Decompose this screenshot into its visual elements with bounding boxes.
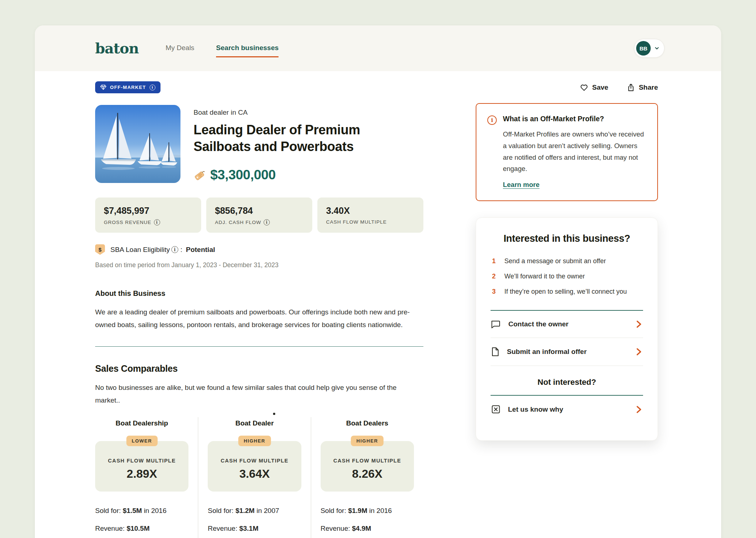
stat-value: $856,784 (215, 205, 304, 216)
metric-value: 3.64X (211, 467, 298, 481)
sold-label: Sold for: (95, 507, 121, 514)
comparison-badge: HIGHER (238, 436, 271, 446)
main-row: Boat dealer in CA Leading Dealer of Prem… (95, 105, 658, 538)
sba-label: SBA Loan Eligibility (110, 246, 170, 254)
price-row: $3,300,000 (194, 167, 368, 183)
metric-box: CASH FLOW MULTIPLE 3.64X (208, 441, 301, 492)
revenue-label: Revenue: (208, 525, 237, 532)
share-icon (627, 83, 635, 91)
revenue-row: Revenue: $3.1M (208, 525, 301, 533)
revenue-label: Revenue: (321, 525, 350, 532)
off-market-badge-label: OFF-MARKET (110, 85, 146, 90)
stat-label: GROSS REVENUE i (104, 219, 192, 225)
section-divider (95, 346, 423, 347)
let-us-know-button[interactable]: Let us know why (491, 396, 643, 423)
time-period-note: Based on time period from January 1, 202… (95, 261, 423, 269)
revenue-value: $10.5M (127, 525, 150, 532)
document-icon (491, 347, 499, 356)
comparable-name: Boat Dealer (208, 419, 301, 427)
carousel-dot (273, 413, 275, 415)
revenue-value: $3.1M (239, 525, 259, 532)
submit-offer-label: Submit an informal offer (507, 348, 587, 356)
listing-actions: Save Share (580, 83, 658, 91)
sold-for-row: Sold for: $1.5M in 2016 (95, 507, 188, 515)
nav-search-businesses[interactable]: Search businesses (216, 44, 279, 57)
info-icon[interactable]: i (154, 219, 160, 225)
sold-value: $1.9M (348, 507, 367, 514)
info-icon[interactable]: i (171, 246, 178, 253)
heart-icon (580, 83, 588, 91)
listing-hero: Boat dealer in CA Leading Dealer of Prem… (95, 105, 423, 183)
step-2: 2 We’ll forward it to the owner (491, 273, 643, 280)
row-divider (491, 366, 643, 366)
save-button-label: Save (592, 83, 608, 91)
submit-offer-button[interactable]: Submit an informal offer (491, 338, 643, 366)
metric-label: CASH FLOW MULTIPLE (324, 458, 411, 464)
comparable-name: Boat Dealership (95, 419, 188, 427)
sold-for-row: Sold for: $1.2M in 2007 (208, 507, 301, 515)
off-market-info-heading: What is an Off-Market Profile? (503, 115, 646, 123)
listing-title: Leading Dealer of Premium Sailboats and … (194, 122, 368, 155)
off-market-badge[interactable]: OFF-MARKET i (95, 81, 160, 93)
stat-value: $7,485,997 (104, 205, 192, 216)
chevron-down-icon (654, 45, 660, 51)
revenue-label: Revenue: (95, 525, 125, 532)
about-text: We are a leading dealer of premium sailb… (95, 306, 423, 331)
gem-icon (100, 85, 106, 90)
nav-my-deals[interactable]: My Deals (166, 44, 194, 57)
stat-value: 3.40X (326, 205, 415, 216)
metric-value: 2.89X (98, 467, 186, 481)
step-number: 1 (492, 257, 500, 265)
step-number: 2 (492, 273, 500, 280)
share-button[interactable]: Share (627, 83, 658, 91)
metric-value: 8.26X (324, 467, 411, 481)
step-3: 3 If they’re open to selling, we’ll conn… (491, 288, 643, 296)
sold-label: Sold for: (208, 507, 233, 514)
chat-icon (491, 320, 501, 329)
sidebar-column: i What is an Off-Market Profile? Off-Mar… (476, 103, 658, 538)
metric-label: CASH FLOW MULTIPLE (211, 458, 298, 464)
comparable-metric: HIGHER CASH FLOW MULTIPLE 3.64X (208, 441, 301, 492)
info-icon[interactable]: i (264, 219, 270, 225)
info-icon: i (150, 85, 155, 90)
sold-label: Sold for: (321, 507, 346, 514)
chevron-right-icon (635, 405, 642, 413)
save-button[interactable]: Save (580, 83, 608, 91)
comparable-metric: LOWER CASH FLOW MULTIPLE 2.89X (95, 441, 188, 492)
stat-cash-flow-multiple: 3.40X CASH FLOW MULTIPLE (317, 197, 423, 233)
baton-logo[interactable]: baton (95, 40, 139, 57)
share-button-label: Share (639, 83, 658, 91)
interested-heading: Interested in this business? (491, 233, 643, 244)
sold-suffix: in 2016 (369, 507, 392, 514)
metric-box: CASH FLOW MULTIPLE 2.89X (95, 441, 188, 492)
stat-gross-revenue: $7,485,997 GROSS REVENUE i (95, 197, 201, 233)
main-nav: My Deals Search businesses (166, 44, 279, 53)
listing-column: Boat dealer in CA Leading Dealer of Prem… (95, 105, 423, 538)
comparable-metric: HIGHER CASH FLOW MULTIPLE 8.26X (321, 441, 414, 492)
stat-label-text: GROSS REVENUE (104, 220, 151, 225)
info-icon: i (487, 115, 497, 125)
sales-comparables-subtext: No two businesses are alike, but we foun… (95, 381, 423, 407)
revenue-row: Revenue: $10.5M (95, 525, 188, 533)
step-1: 1 Send a message or submit an offer (491, 257, 643, 265)
stat-label-text: CASH FLOW MULTIPLE (326, 219, 387, 225)
sba-separator: : (180, 246, 182, 254)
let-us-know-label: Let us know why (508, 405, 563, 413)
account-menu[interactable]: BB (634, 39, 664, 58)
contact-owner-button[interactable]: Contact the owner (491, 311, 643, 338)
off-market-info-box: i What is an Off-Market Profile? Off-Mar… (476, 103, 658, 201)
learn-more-link[interactable]: Learn more (503, 181, 540, 189)
interested-card: Interested in this business? 1 Send a me… (476, 217, 658, 441)
interest-steps: 1 Send a message or submit an offer 2 We… (491, 257, 643, 296)
x-box-icon (491, 405, 500, 414)
sold-for-row: Sold for: $1.9M in 2016 (321, 507, 414, 515)
sba-eligibility-row: $ SBA Loan Eligibility i : Potential (95, 244, 423, 255)
comparables-row: Boat Dealership LOWER CASH FLOW MULTIPLE… (95, 417, 423, 538)
comparable-name: Boat Dealers (321, 419, 414, 427)
sailboats-image (95, 105, 180, 183)
main-card: baton My Deals Search businesses BB OFF-… (35, 25, 721, 538)
page-content: OFF-MARKET i Save Share (35, 71, 721, 538)
stat-label: CASH FLOW MULTIPLE (326, 219, 415, 225)
off-market-info-body: What is an Off-Market Profile? Off-Marke… (503, 115, 646, 189)
comparison-badge: HIGHER (351, 436, 384, 446)
